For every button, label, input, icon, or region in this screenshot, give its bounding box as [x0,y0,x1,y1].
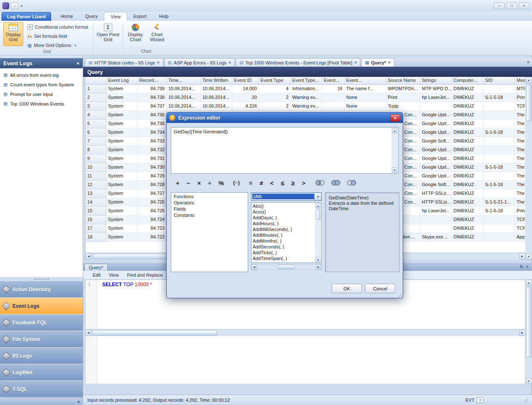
column-header[interactable]: Source Name [386,77,420,85]
cell-time-written[interactable]: 10.06.2014... [201,93,232,102]
cell-record[interactable]: 84.724 [138,216,167,224]
cell-strings[interactable]: Google Upd... [420,128,452,137]
nav-item[interactable]: IIS Logs [0,348,83,364]
cell-strings[interactable] [420,216,452,224]
cell-event-log[interactable]: System [106,120,138,128]
cell-record[interactable]: 84.739 [138,85,167,93]
display-grid-button[interactable]: Display Grid [3,22,23,46]
cell-event-log[interactable]: System [106,146,138,155]
application-menu-button[interactable]: Log Parser Lizard [2,12,51,21]
cell-record[interactable]: 84.730 [138,163,167,172]
cell-event-id[interactable]: 20 [232,93,259,102]
cell-event-log[interactable]: System [106,207,138,216]
cell-computer[interactable]: DIMEKUZ [452,163,483,172]
cell-computer[interactable]: DIMEKUZ [452,172,483,181]
cell-event-type[interactable]: 2 [259,102,291,111]
column-header[interactable]: Event Type [259,77,291,85]
category-item[interactable]: Constants [171,213,248,219]
ribbon-tab[interactable]: Query [79,12,104,21]
function-filter-combo[interactable]: (All) ▼ [251,192,322,201]
sql-tab[interactable]: Query* [84,264,108,271]
cancel-button[interactable]: Cancel [365,284,395,293]
column-header[interactable]: Messa... [515,77,525,85]
cell-message[interactable]: The G [515,137,525,146]
saved-query-item[interactable]: ▦ Prompt for user input [0,89,83,99]
column-header[interactable]: Event ID [232,77,259,85]
function-item[interactable]: AddHours(, ) [253,221,315,227]
cell-event-type-name[interactable]: Information... [291,85,322,93]
cell-message[interactable]: The G [515,181,525,189]
cell-sid[interactable]: S-1-5-21-1... [483,198,515,207]
cell-message[interactable]: The G [515,128,525,137]
function-item[interactable]: AddMonths(, ) [253,238,315,244]
cell-sid[interactable] [483,102,515,111]
cell-computer[interactable]: DIMEKUZ [452,128,483,137]
cell-sid[interactable] [483,85,515,93]
operator-button[interactable]: + [176,179,180,187]
column-header[interactable]: Time Written [201,77,232,85]
ribbon-tab[interactable]: View [104,12,127,21]
row-number[interactable]: 6 [86,128,106,137]
function-item[interactable]: AddMinutes(, ) [253,233,315,238]
cell-strings[interactable]: HTTP SSL|r... [420,189,452,198]
function-item[interactable]: Abs() [253,204,315,209]
menu-edit[interactable]: Edit [89,272,104,278]
scroll-up-icon[interactable]: ▲ [392,128,397,133]
doc-tab[interactable]: ▤ Query* × [361,58,394,66]
row-number[interactable]: 1 [86,85,106,93]
cell-computer[interactable]: DIMEKUZ [452,155,483,163]
cell-message[interactable]: MTP W [515,85,525,93]
cell-computer[interactable]: DIMEKUZ [452,146,483,155]
row-number[interactable]: 5 [86,120,106,128]
cell-time[interactable]: 10.06.2014... [167,102,201,111]
scroll-left-icon[interactable]: ◀ [251,264,257,270]
cell-computer[interactable]: DIMEKUZ [452,224,483,233]
cell-strings[interactable] [420,224,452,233]
cell-event-log[interactable]: System [106,216,138,224]
cell-message[interactable]: The G [515,146,525,155]
scroll-right-icon[interactable]: ▶ [519,253,525,260]
nav-item[interactable]: Active Directory [0,281,83,298]
operator-button[interactable]: = [249,179,253,187]
cell-time[interactable]: 10.06.2014... [167,93,201,102]
cell-time-written[interactable]: 10.06.2014... [201,85,232,93]
cell-message[interactable]: Applic [515,233,525,242]
function-item[interactable]: AddMilliSeconds(, ) [253,227,315,233]
cell-record[interactable]: 84.722 [138,233,167,242]
cell-sid[interactable] [483,120,515,128]
cell-event-category-name[interactable]: None [345,93,386,102]
cell-message[interactable]: The H [515,189,525,198]
scroll-up-icon[interactable]: ▲ [526,77,532,83]
cell-event-log[interactable]: System [106,137,138,146]
row-number[interactable]: 2 [86,93,106,102]
tab-close-icon[interactable]: × [157,60,160,65]
cell-source-name[interactable]: WPDMTPDri... [386,85,420,93]
row-number[interactable]: 14 [86,198,106,207]
cell-record[interactable]: 84.729 [138,172,167,181]
row-number[interactable]: 8 [86,146,106,155]
close-button[interactable]: × [519,2,530,9]
nav-item[interactable]: File System [0,331,83,348]
scroll-down-icon[interactable]: ▼ [526,378,532,384]
cell-event-category[interactable] [322,93,345,102]
tab-close-icon[interactable]: × [355,60,357,65]
row-number[interactable]: 7 [86,137,106,146]
display-chart-button[interactable]: Display Chart [126,22,145,46]
scroll-down-icon[interactable]: ▼ [315,257,320,262]
indicator-close-icon[interactable]: × [477,397,483,403]
resize-grip[interactable] [522,398,528,403]
ribbon-tab[interactable]: Help [153,12,175,21]
scroll-right-icon[interactable]: ▶ [519,330,525,336]
scrollbar-thumb[interactable] [92,330,217,336]
dialog-resize-grip[interactable] [397,292,402,297]
column-header[interactable]: Event Type... [291,77,322,85]
grid-vertical-scrollbar[interactable]: ▲ ▼ [525,77,532,260]
doc-tab[interactable]: ▤ HTTP Status codes - IIS Logs × [85,58,163,66]
scroll-down-icon[interactable]: ▼ [526,253,532,260]
collapse-panel-icon[interactable]: « [76,60,79,66]
column-header[interactable]: Computer... [452,77,483,85]
conditional-column-format-button[interactable]: A Conditional column format [25,23,91,31]
row-number[interactable]: 4 [86,111,106,120]
cell-event-type[interactable]: 4 [259,85,291,93]
cell-record[interactable]: 84.723 [138,224,167,233]
